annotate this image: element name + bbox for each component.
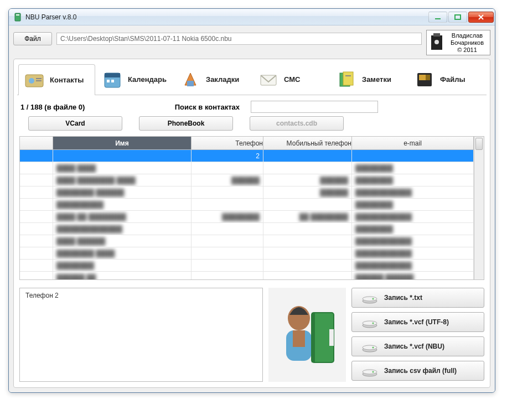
- export-txt-button[interactable]: Запись *.txt: [351, 288, 484, 308]
- subtab-contactsdb[interactable]: contacts.cdb: [250, 116, 344, 131]
- calendar-icon: [101, 69, 123, 91]
- crest-icon: [429, 32, 444, 53]
- drive-icon: [362, 340, 377, 352]
- table-cell: [20, 223, 53, 235]
- svg-point-32: [363, 321, 377, 325]
- table-cell: [20, 174, 53, 186]
- table-cell: ████████: [352, 174, 474, 186]
- table-row[interactable]: ████ ██████████████████: [20, 235, 474, 247]
- table-cell: ████████: [352, 223, 474, 235]
- tab-contacts-label: Контакты: [50, 76, 84, 84]
- table-cell: [263, 272, 352, 279]
- drive-icon: [362, 365, 377, 377]
- app-icon: [13, 13, 22, 22]
- table-cell: ████████████: [352, 211, 474, 222]
- table-cell: [53, 150, 192, 162]
- table-row[interactable]: ████████ ████████████████████████: [20, 186, 474, 199]
- window-title: NBU Parser v.8.0: [25, 13, 427, 21]
- table-row[interactable]: ██████████████████: [20, 199, 474, 211]
- table-cell: [263, 162, 352, 174]
- table-cell: [192, 223, 263, 235]
- table-cell: [20, 186, 53, 198]
- svg-point-36: [373, 347, 374, 349]
- table-cell: [20, 199, 53, 210]
- search-label: Поиск в контактах: [175, 103, 240, 111]
- close-button[interactable]: [468, 12, 494, 23]
- table-row[interactable]: ████ ████████████: [20, 162, 474, 174]
- table-cell: [263, 260, 352, 271]
- app-window: NBU Parser v.8.0 Файл Владислав Бочарник…: [8, 8, 495, 393]
- table-cell: ████████: [192, 211, 263, 222]
- grid-header-phone[interactable]: Телефон: [192, 137, 263, 149]
- grid-scrollbar[interactable]: [474, 137, 484, 279]
- svg-rect-2: [435, 18, 441, 19]
- titlebar: NBU Parser v.8.0: [9, 9, 495, 25]
- svg-rect-27: [329, 329, 334, 346]
- table-cell: [352, 150, 474, 162]
- table-cell: ████ ████: [53, 162, 192, 174]
- table-row[interactable]: ██████ ████████ ██████: [20, 272, 474, 279]
- grid-header-mobile[interactable]: Мобильный телефон: [263, 137, 352, 149]
- subtab-vcard[interactable]: VCard: [28, 116, 122, 131]
- tab-files[interactable]: Файлы: [408, 64, 485, 95]
- bookmarks-icon: [179, 69, 201, 91]
- export-csv-button[interactable]: Запись csv файл (full): [351, 361, 484, 381]
- contacts-icon: [23, 69, 45, 91]
- svg-point-39: [373, 371, 374, 373]
- table-row[interactable]: ████ ██ ██████████████████ █████████████…: [20, 211, 474, 223]
- svg-point-7: [29, 78, 34, 84]
- svg-rect-14: [187, 81, 194, 86]
- table-cell: [20, 211, 53, 222]
- table-row[interactable]: ████████ ████████████████: [20, 247, 474, 260]
- svg-point-35: [363, 345, 377, 350]
- export-vcf-utf8-button[interactable]: Запись *.vcf (UTF-8): [351, 312, 484, 332]
- grid-scroll-thumb[interactable]: [475, 138, 483, 150]
- detail-text: Телефон 2: [25, 292, 59, 299]
- table-row[interactable]: ██████████████████████: [20, 223, 474, 235]
- tab-contacts[interactable]: Контакты: [18, 64, 95, 95]
- table-cell: ████████████: [352, 235, 474, 247]
- svg-rect-17: [343, 72, 353, 85]
- table-cell: [192, 260, 263, 271]
- svg-rect-26: [312, 313, 315, 362]
- detail-panel: Телефон 2: [19, 288, 263, 382]
- minimize-button[interactable]: [428, 12, 447, 23]
- branding-box: Владислав Бочарников © 2011: [426, 30, 490, 55]
- table-cell: [263, 150, 352, 162]
- table-cell: [192, 199, 263, 210]
- table-row[interactable]: 2: [20, 150, 474, 162]
- grid-header-blank[interactable]: [20, 137, 53, 149]
- svg-point-5: [434, 40, 439, 44]
- file-menu-button[interactable]: Файл: [13, 32, 52, 45]
- grid-header-email[interactable]: e-mail: [352, 137, 474, 149]
- subtab-phonebook[interactable]: PhoneBook: [139, 116, 233, 131]
- svg-rect-8: [36, 78, 42, 79]
- tab-sms[interactable]: СМС: [252, 64, 329, 95]
- table-cell: ████████████: [352, 247, 474, 259]
- sms-icon: [257, 69, 280, 91]
- table-cell: [20, 150, 53, 162]
- tab-sms-label: СМС: [284, 75, 300, 84]
- notes-icon: [335, 69, 358, 91]
- table-cell: [20, 235, 53, 247]
- export-vcf-nbu-button[interactable]: Запись *.vcf (NBU): [351, 336, 484, 356]
- table-row[interactable]: ████ ████████ ████████████████████████: [20, 174, 474, 186]
- tab-calendar[interactable]: Календарь: [96, 64, 173, 95]
- table-cell: [20, 247, 53, 259]
- maximize-button[interactable]: [448, 12, 467, 23]
- file-path-input[interactable]: [56, 33, 422, 45]
- table-cell: [192, 272, 263, 279]
- tab-notes[interactable]: Заметки: [330, 64, 407, 95]
- table-row[interactable]: ████████████████████: [20, 260, 474, 272]
- search-input[interactable]: [251, 101, 378, 113]
- tab-notes-label: Заметки: [362, 75, 391, 84]
- table-cell: ████ ██████: [53, 235, 192, 247]
- table-cell: ██████████: [53, 199, 192, 210]
- grid-header-name[interactable]: Имя: [53, 137, 192, 149]
- svg-rect-18: [345, 75, 351, 76]
- export-csv-label: Запись csv файл (full): [384, 367, 457, 375]
- svg-rect-21: [426, 75, 430, 80]
- svg-rect-9: [36, 80, 42, 81]
- table-cell: [20, 260, 53, 271]
- tab-bookmarks[interactable]: Закладки: [174, 64, 251, 95]
